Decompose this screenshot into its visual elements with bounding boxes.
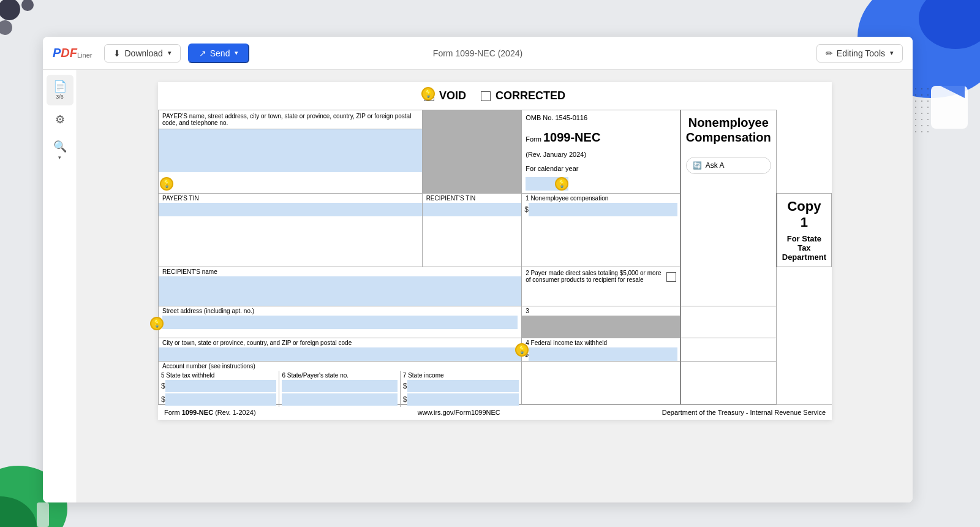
box4-input[interactable]	[529, 347, 677, 361]
logo-pdf: P	[53, 46, 61, 60]
send-icon: ↗	[199, 48, 206, 58]
box6-input2[interactable]	[282, 393, 397, 406]
box1-label: 1 Nonemployee compensation	[522, 194, 680, 203]
footer-rev: (Rev. 1-2024)	[215, 409, 255, 416]
download-button[interactable]: ⬇ Download ▾	[104, 44, 180, 63]
box2-cell: 2 Payer made direct sales totaling $5,00…	[522, 267, 680, 306]
send-label: Send	[210, 48, 230, 58]
box3-label: 3	[522, 306, 680, 316]
box1-input[interactable]	[529, 203, 677, 216]
ask-ai-button[interactable]: 🔄 Ask A	[686, 157, 771, 174]
search-chevron-icon: ▾	[58, 154, 61, 161]
empty-right-cell-3	[680, 306, 777, 338]
rev-date: (Rev. January 2024)	[526, 150, 676, 161]
payer-info-cell: PAYER'S name, street address, city or to…	[159, 110, 423, 194]
footer-center: www.irs.gov/Form1099NEC	[418, 409, 500, 416]
svg-point-2	[0, 20, 12, 35]
hint-bubble-top[interactable]: 💡	[421, 87, 435, 100]
box7-label: 7 State income	[403, 372, 519, 379]
send-button[interactable]: ↗ Send ▾	[188, 44, 250, 63]
form-table: PAYER'S name, street address, city or to…	[158, 110, 832, 404]
box6-label: 6 State/Payer's state no.	[282, 372, 397, 379]
hint-bubble-mid[interactable]: 💡	[555, 177, 568, 191]
recipient-tin-cell: RECIPIENT'S TIN	[422, 193, 522, 267]
sidebar-item-settings[interactable]: ⚙	[47, 108, 74, 132]
omb-cell: OMB No. 1545-0116 Form 1099-NEC (Rev. Ja…	[522, 110, 680, 194]
footer-form-number: 1099-NEC	[182, 409, 213, 416]
box7-input1[interactable]	[407, 380, 519, 392]
form-header: VOID CORRECTED	[158, 82, 832, 110]
corrected-checkbox[interactable]	[481, 91, 491, 101]
payer-tin-input[interactable]	[159, 203, 422, 216]
app-container: PDFLiner ⬇ Download ▾ ↗ Send ▾ Form 1099…	[43, 37, 913, 502]
sidebar: 📄 3/6 ⚙ 🔍 ▾	[43, 70, 77, 502]
copy-sublabel: For State TaxDepartment	[782, 234, 826, 262]
corrected-label: CORRECTED	[496, 89, 565, 102]
hint-bubble-city[interactable]: 💡	[515, 343, 529, 357]
empty-right-cell-5	[680, 361, 777, 404]
settings-icon: ⚙	[55, 113, 65, 126]
svg-rect-9	[37, 502, 49, 527]
city-cell: 💡 City or town, state or province, count…	[159, 338, 522, 361]
payer-name-input[interactable]	[159, 129, 422, 172]
box4-cell: 4 Federal income tax withheld $	[522, 338, 680, 361]
download-icon: ⬇	[113, 48, 121, 58]
box1-dollar: $	[524, 205, 529, 214]
payer-logo-cell	[422, 110, 522, 194]
state-row: 5 State tax withheld $ $	[159, 371, 521, 404]
empty-right-cell-4	[680, 338, 777, 361]
city-input[interactable]	[159, 347, 521, 361]
download-label: Download	[124, 48, 162, 58]
editing-tools-chevron-icon: ▾	[890, 49, 894, 57]
main-content: 💡 VOID CORRECTED 💡 💡	[77, 70, 913, 502]
box5-label: 5 State tax withheld	[161, 372, 276, 379]
box5-area: 5 State tax withheld $ $	[159, 371, 279, 407]
box5-input2[interactable]	[165, 393, 277, 406]
box6-input1[interactable]	[282, 380, 397, 392]
hint-bubble-street[interactable]: 💡	[150, 317, 164, 330]
send-chevron-icon: ▾	[235, 49, 238, 57]
payer-logo-area	[423, 110, 522, 184]
calendar-year-label: For calendar year	[526, 164, 676, 175]
box2-checkbox[interactable]	[666, 272, 676, 282]
recipient-name-input[interactable]	[159, 276, 521, 306]
box5-dollar2: $	[161, 395, 165, 404]
download-chevron-icon: ▾	[168, 49, 172, 57]
form-number: 1099-NEC	[543, 131, 600, 144]
copy-label: Copy 1	[782, 199, 826, 230]
payer-tin-cell: PAYER'S TIN	[159, 193, 423, 267]
void-label: VOID	[439, 89, 466, 102]
copy-cell: Copy 1 For State TaxDepartment	[777, 193, 832, 267]
ask-ai-label: Ask A	[706, 161, 725, 170]
title-cell: Nonemployee Compensation 🔄 Ask A	[680, 110, 777, 306]
sidebar-item-search[interactable]: 🔍 ▾	[47, 135, 74, 165]
logo-liner: Liner	[77, 51, 92, 59]
sidebar-item-pages[interactable]: 📄 3/6	[47, 75, 74, 105]
street-address-label: Street address (including apt. no.)	[162, 308, 254, 314]
box7-dollar1: $	[403, 382, 407, 390]
editing-tools-label: Editing Tools	[837, 48, 885, 58]
hint-bubble-left[interactable]: 💡	[160, 177, 173, 191]
void-corrected-section: VOID CORRECTED	[424, 89, 565, 102]
nonemployee-title: Nonemployee Compensation	[686, 115, 771, 145]
toolbar: PDFLiner ⬇ Download ▾ ↗ Send ▾ Form 1099…	[43, 37, 913, 70]
recipient-name-label: RECIPIENT'S name	[159, 267, 521, 276]
footer-right: Department of the Treasury - Internal Re…	[662, 409, 826, 416]
omb-section: OMB No. 1545-0116 Form 1099-NEC (Rev. Ja…	[526, 113, 676, 191]
street-address-input[interactable]	[162, 316, 518, 329]
box7-input2[interactable]	[407, 393, 519, 406]
svg-point-0	[0, 0, 20, 20]
logo-df: DF	[61, 46, 77, 60]
omb-no: OMB No. 1545-0116	[526, 113, 676, 124]
document-title: Form 1099-NEC (2024)	[433, 48, 522, 58]
recipient-tin-input[interactable]	[423, 203, 522, 216]
ask-ai-icon: 🔄	[693, 161, 702, 170]
box4-label: 4 Federal income tax withheld	[522, 338, 680, 347]
editing-tools-button[interactable]: ✏ Editing Tools ▾	[816, 44, 903, 63]
footer-form-label: Form	[164, 409, 180, 416]
corrected-checkbox-label: CORRECTED	[481, 89, 565, 102]
box5-input1[interactable]	[165, 380, 277, 392]
copy-sublabel-for: For State TaxDepartment	[782, 234, 826, 262]
city-label-container: 💡 City or town, state or province, count…	[159, 338, 521, 347]
box4-lower-cell	[522, 361, 680, 404]
